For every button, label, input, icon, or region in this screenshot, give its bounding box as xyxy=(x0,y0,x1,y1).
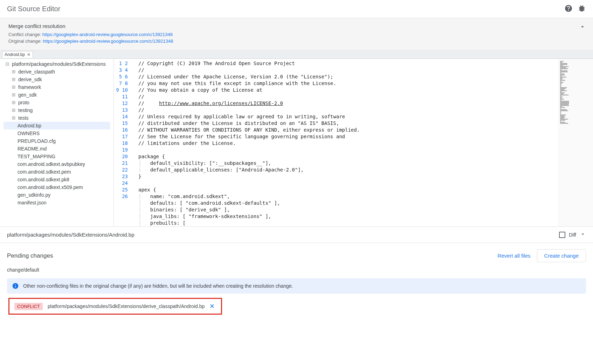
merge-title: Merge conflict resolution xyxy=(8,23,585,29)
current-filepath: platform/packages/modules/SdkExtensions/… xyxy=(7,232,559,238)
file-tree[interactable]: platform/packages/modules/SdkExtensionsd… xyxy=(0,59,114,226)
diff-checkbox[interactable] xyxy=(559,232,565,238)
info-icon xyxy=(12,282,19,289)
tree-file[interactable]: manifest.json xyxy=(4,199,110,206)
conflict-change-label: Conflict change: xyxy=(8,32,41,37)
pending-changes-section: Pending changes Revert all files Create … xyxy=(0,243,593,327)
tree-file[interactable]: gen_sdkinfo.py xyxy=(4,191,110,199)
merge-conflict-panel: Merge conflict resolution Conflict chang… xyxy=(0,18,593,50)
help-icon[interactable] xyxy=(564,4,573,14)
pending-title: Pending changes xyxy=(7,252,497,259)
revert-all-button[interactable]: Revert all files xyxy=(497,253,530,259)
tree-root[interactable]: platform/packages/modules/SdkExtensions xyxy=(4,60,110,68)
code-content[interactable]: // Copyright (C) 2019 The Android Open S… xyxy=(131,59,558,226)
discard-conflict-icon[interactable]: ✕ xyxy=(209,302,215,310)
tree-file[interactable]: PREUPLOAD.cfg xyxy=(4,137,110,145)
line-gutter: 1 2 3 4 5 6 7 8 9 10 11 12 13 14 15 16 1… xyxy=(114,59,131,226)
tree-file[interactable]: com.android.sdkext.pem xyxy=(4,168,110,176)
tree-file[interactable]: Android.bp xyxy=(4,122,110,130)
info-text: Other non-conflicting files in the origi… xyxy=(23,283,293,289)
app-title: Git Source Editor xyxy=(7,5,564,13)
tree-folder[interactable]: derive_sdk xyxy=(4,76,110,83)
tree-file[interactable]: TEST_MAPPING xyxy=(4,153,110,160)
file-tab[interactable]: Android.bp ✕ xyxy=(2,51,33,58)
conflict-file-row: CONFLICT platform/packages/modules/SdkEx… xyxy=(8,298,222,315)
tree-folder[interactable]: proto xyxy=(4,99,110,106)
change-branch-label: change/default xyxy=(7,267,586,273)
original-change-label: Original change: xyxy=(8,38,42,44)
tree-file[interactable]: com.android.sdkext.avbpubkey xyxy=(4,160,110,168)
file-tab-label: Android.bp xyxy=(5,52,25,57)
tree-file[interactable]: com.android.sdkext.x509.pem xyxy=(4,183,110,191)
original-change-link[interactable]: https://googleplex-android-review.google… xyxy=(43,38,173,44)
collapse-panel-icon[interactable] xyxy=(579,23,586,31)
info-banner: Other non-conflicting files in the origi… xyxy=(7,278,586,294)
app-header: Git Source Editor xyxy=(0,0,593,18)
conflict-badge: CONFLICT xyxy=(14,303,43,310)
tree-file[interactable]: README.md xyxy=(4,145,110,153)
workspace: platform/packages/modules/SdkExtensionsd… xyxy=(0,59,593,227)
conflict-filepath[interactable]: platform/packages/modules/SdkExtensions/… xyxy=(48,303,205,309)
tree-folder[interactable]: framework xyxy=(4,83,110,91)
minimap[interactable]: ████████ █████ █████████████████ ███████… xyxy=(558,59,593,226)
bug-icon[interactable] xyxy=(578,4,586,14)
conflict-change-link[interactable]: https://googleplex-android-review.google… xyxy=(42,32,173,37)
tree-folder[interactable]: testing xyxy=(4,106,110,114)
tree-file[interactable]: OWNERS xyxy=(4,130,110,137)
tree-folder[interactable]: tests xyxy=(4,114,110,122)
tree-folder[interactable]: derive_classpath xyxy=(4,68,110,76)
tree-file[interactable]: com.android.sdkext.pk8 xyxy=(4,176,110,183)
code-editor[interactable]: 1 2 3 4 5 6 7 8 9 10 11 12 13 14 15 16 1… xyxy=(114,59,593,226)
diff-menu-icon[interactable] xyxy=(580,231,586,238)
close-tab-icon[interactable]: ✕ xyxy=(27,52,30,57)
tree-folder[interactable]: gen_sdk xyxy=(4,91,110,99)
filepath-bar: platform/packages/modules/SdkExtensions/… xyxy=(0,227,593,243)
editor-tabbar: Android.bp ✕ xyxy=(0,50,593,59)
create-change-button[interactable]: Create change xyxy=(537,249,586,262)
diff-label: Diff xyxy=(569,232,576,238)
